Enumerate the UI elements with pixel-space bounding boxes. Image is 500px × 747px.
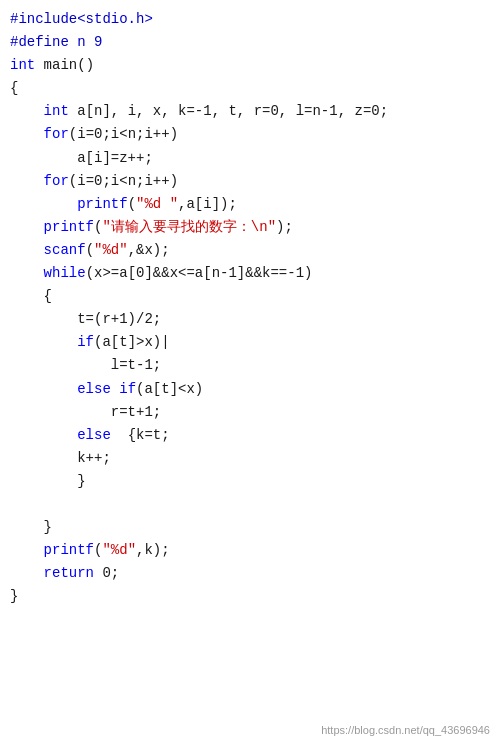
code-line: } xyxy=(10,516,490,539)
code-line: { xyxy=(10,77,490,100)
code-viewer: #include<stdio.h>#define n 9int main(){ … xyxy=(0,0,500,747)
code-line: #include<stdio.h> xyxy=(10,8,490,31)
code-line: if(a[t]>x)| xyxy=(10,331,490,354)
code-line: { xyxy=(10,285,490,308)
code-line: a[i]=z++; xyxy=(10,147,490,170)
code-line: l=t-1; xyxy=(10,354,490,377)
code-line: return 0; xyxy=(10,562,490,585)
code-line: for(i=0;i<n;i++) xyxy=(10,123,490,146)
code-line: else {k=t; xyxy=(10,424,490,447)
watermark: https://blog.csdn.net/qq_43696946 xyxy=(321,721,490,739)
code-line: for(i=0;i<n;i++) xyxy=(10,170,490,193)
code-line: } xyxy=(10,470,490,493)
code-line xyxy=(10,493,490,516)
code-line: else if(a[t]<x) xyxy=(10,378,490,401)
code-line: printf("%d ",a[i]); xyxy=(10,193,490,216)
code-line: while(x>=a[0]&&x<=a[n-1]&&k==-1) xyxy=(10,262,490,285)
code-line: r=t+1; xyxy=(10,401,490,424)
code-line: int a[n], i, x, k=-1, t, r=0, l=n-1, z=0… xyxy=(10,100,490,123)
code-line: t=(r+1)/2; xyxy=(10,308,490,331)
code-line: } xyxy=(10,585,490,608)
code-line: printf("请输入要寻找的数字：\n"); xyxy=(10,216,490,239)
code-line: #define n 9 xyxy=(10,31,490,54)
code-block: #include<stdio.h>#define n 9int main(){ … xyxy=(10,8,490,608)
code-line: scanf("%d",&x); xyxy=(10,239,490,262)
code-line: int main() xyxy=(10,54,490,77)
code-line: k++; xyxy=(10,447,490,470)
code-line: printf("%d",k); xyxy=(10,539,490,562)
